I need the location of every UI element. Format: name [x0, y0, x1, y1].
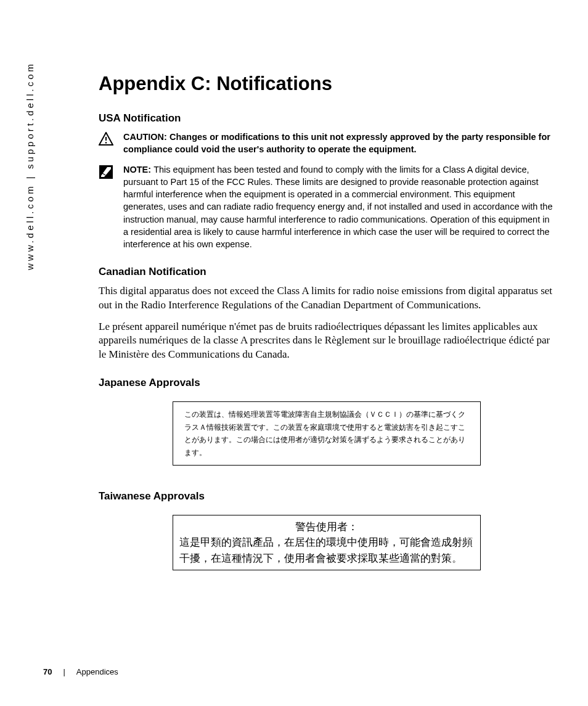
taiwan-line2: 這是甲類的資訊產品，在居住的環境中使用時，可能會造成射頻	[179, 535, 474, 551]
taiwan-line1: 警告使用者：	[179, 519, 474, 535]
note-block: NOTE: This equipment has been tested and…	[99, 163, 555, 251]
note-icon	[99, 163, 116, 182]
canada-para-fr: Le présent appareil numérique n'émet pas…	[99, 320, 555, 363]
page-number: 70	[43, 667, 52, 676]
japan-heading: Japanese Approvals	[99, 377, 555, 389]
taiwan-line3: 干擾，在這種情況下，使用者會被要求採取某些適當的對策。	[179, 551, 474, 567]
caution-text: Changes or modifications to this unit no…	[123, 132, 550, 154]
page-footer: 70|Appendices	[43, 667, 118, 676]
footer-divider: |	[63, 667, 65, 676]
page-title: Appendix C: Notifications	[99, 73, 555, 95]
taiwan-heading: Taiwanese Approvals	[99, 490, 555, 503]
canada-heading: Canadian Notification	[99, 266, 555, 278]
note-text: This equipment has been tested and found…	[123, 165, 552, 250]
footer-section: Appendices	[76, 667, 118, 676]
caution-label: CAUTION:	[123, 132, 169, 142]
caution-block: CAUTION: Changes or modifications to thi…	[99, 131, 555, 156]
taiwan-box: 警告使用者： 這是甲類的資訊產品，在居住的環境中使用時，可能會造成射頻 干擾，在…	[173, 515, 481, 571]
page-content: Appendix C: Notifications USA Notificati…	[99, 73, 555, 570]
usa-heading: USA Notification	[99, 112, 555, 125]
sidebar-url: www.dell.com | support.dell.com	[25, 62, 35, 270]
caution-icon	[99, 131, 116, 148]
note-label: NOTE:	[123, 165, 153, 174]
canada-para-en: This digital apparatus does not exceed t…	[99, 284, 555, 313]
japan-box: この装置は、情報処理装置等電波障害自主規制協議会（ＶＣＣＩ）の基準に基づくクラス…	[173, 401, 481, 466]
svg-point-2	[105, 142, 107, 144]
